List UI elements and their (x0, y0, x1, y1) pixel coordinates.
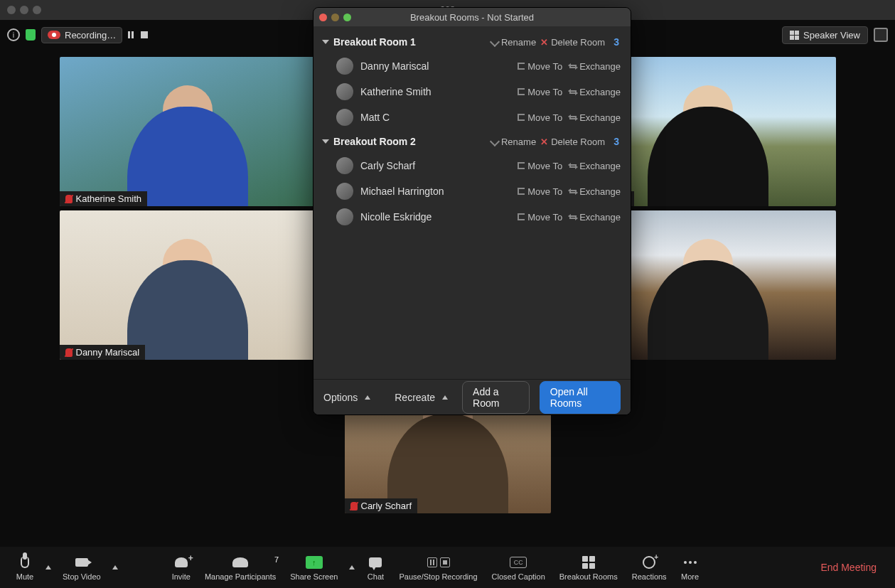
recreate-button[interactable]: Recreate (395, 392, 452, 403)
share-screen-button[interactable]: ↑ Share Screen (283, 554, 345, 581)
rename-room-button[interactable]: Rename (491, 37, 536, 48)
microphone-icon (21, 557, 29, 568)
move-to-icon (518, 162, 525, 169)
exchange-icon (569, 215, 577, 219)
avatar (336, 58, 353, 75)
delete-room-button[interactable]: ✕Delete Room (540, 137, 605, 147)
participant-row[interactable]: Carly Scharf Move To Exchange (321, 153, 621, 178)
move-to-button[interactable]: Move To (518, 61, 562, 72)
x-icon: ✕ (540, 137, 548, 147)
pencil-icon (490, 137, 500, 146)
invite-button[interactable]: Invite (165, 554, 198, 581)
options-button[interactable]: Options (323, 392, 375, 403)
participant-row[interactable]: Katherine Smith Move To Exchange (321, 79, 621, 105)
more-button[interactable]: More (674, 554, 707, 581)
avatar (336, 83, 353, 100)
breakout-rooms-button[interactable]: Breakout Rooms (552, 554, 625, 581)
exchange-button[interactable]: Exchange (569, 212, 621, 223)
audio-menu-button[interactable] (45, 565, 51, 570)
dialog-zoom-icon[interactable] (343, 14, 351, 21)
video-tile[interactable]: Danny Mariscal (60, 210, 316, 360)
move-to-icon (518, 213, 525, 220)
participant-name: Michael Harrington (360, 186, 444, 197)
video-menu-button[interactable] (112, 565, 118, 570)
cc-icon: CC (510, 557, 527, 568)
pause-stop-recording-button[interactable]: Pause/Stop Recording (392, 554, 484, 581)
participant-name: Danny Mariscal (360, 60, 429, 72)
move-to-button[interactable]: Move To (518, 87, 562, 97)
move-to-icon (518, 63, 525, 70)
recording-label: Recording… (65, 30, 116, 41)
chevron-up-icon (365, 395, 370, 400)
mute-label: Mute (16, 572, 33, 581)
move-to-button[interactable]: Move To (518, 186, 562, 197)
open-all-rooms-button[interactable]: Open All Rooms (540, 381, 621, 414)
speaker-view-toggle[interactable]: Speaker View (782, 26, 868, 44)
fullscreen-icon[interactable] (874, 28, 888, 42)
pause-stop-recording-icon (427, 557, 450, 567)
dialog-body: Breakout Room 1 Rename ✕Delete Room 3 Da… (313, 26, 631, 379)
dialog-minimize-icon (331, 14, 339, 21)
avatar (336, 157, 353, 174)
breakout-rooms-label: Breakout Rooms (559, 572, 618, 581)
move-to-button[interactable]: Move To (518, 212, 562, 223)
participant-row[interactable]: Nicolle Eskridge Move To Exchange (321, 204, 621, 230)
room-participant-count: 3 (609, 36, 619, 48)
participant-row[interactable]: Michael Harrington Move To Exchange (321, 178, 621, 204)
cloud-recording-icon (48, 31, 60, 39)
exchange-button[interactable]: Exchange (569, 161, 621, 171)
add-room-button[interactable]: Add a Room (462, 381, 530, 414)
reactions-button[interactable]: Reactions (625, 554, 674, 581)
closed-caption-button[interactable]: CC Closed Caption (485, 554, 552, 581)
pencil-icon (490, 37, 500, 47)
invite-label: Invite (172, 572, 191, 581)
chat-icon (369, 557, 382, 567)
chat-button[interactable]: Chat (359, 554, 392, 581)
chevron-down-icon[interactable] (322, 40, 329, 44)
dialog-titlebar[interactable]: Breakout Rooms - Not Started (313, 8, 631, 26)
exchange-icon (569, 190, 577, 193)
room-header[interactable]: Breakout Room 1 Rename ✕Delete Room 3 (321, 31, 621, 53)
manage-participants-button[interactable]: 7 Manage Participants (198, 554, 283, 581)
video-tile[interactable]: Katherine Smith (60, 57, 316, 206)
participant-name: Nicolle Eskridge (360, 211, 432, 223)
delete-room-button[interactable]: ✕Delete Room (540, 37, 605, 48)
dialog-title: Breakout Rooms - Not Started (410, 12, 534, 23)
pause-recording-button[interactable] (128, 31, 135, 38)
participant-name-label: Danny Mariscal (76, 347, 140, 358)
close-icon[interactable] (7, 6, 16, 14)
exchange-button[interactable]: Exchange (569, 112, 621, 123)
chevron-down-icon[interactable] (322, 139, 329, 144)
participant-row[interactable]: Matt C Move To Exchange (321, 105, 621, 130)
zoom-icon[interactable] (33, 6, 41, 14)
encryption-shield-icon[interactable] (26, 29, 36, 41)
end-meeting-button[interactable]: End Meeting (810, 562, 886, 573)
breakout-rooms-icon (582, 556, 595, 569)
window-traffic-lights[interactable] (7, 6, 41, 14)
move-to-icon (518, 114, 525, 121)
stop-video-button[interactable]: Stop Video (55, 554, 108, 581)
move-to-icon (518, 88, 525, 95)
stop-recording-button[interactable] (141, 31, 148, 38)
move-to-button[interactable]: Move To (518, 112, 562, 123)
minimize-icon[interactable] (20, 6, 28, 14)
rename-room-button[interactable]: Rename (491, 137, 536, 147)
move-to-button[interactable]: Move To (518, 161, 562, 171)
participant-name: Matt C (360, 112, 390, 123)
exchange-button[interactable]: Exchange (569, 87, 621, 97)
closed-caption-label: Closed Caption (492, 572, 545, 581)
exchange-icon (569, 164, 577, 168)
chevron-up-icon (442, 395, 448, 400)
mic-muted-icon (350, 502, 358, 511)
room-header[interactable]: Breakout Room 2 Rename ✕Delete Room 3 (321, 130, 621, 153)
mute-button[interactable]: Mute (9, 554, 41, 581)
exchange-button[interactable]: Exchange (569, 186, 621, 197)
info-icon[interactable]: i (7, 28, 20, 41)
participant-name: Carly Scharf (360, 160, 415, 171)
share-menu-button[interactable] (349, 565, 355, 570)
dialog-close-icon[interactable] (319, 14, 327, 21)
exchange-button[interactable]: Exchange (569, 61, 621, 72)
avatar (336, 183, 353, 200)
participant-row[interactable]: Danny Mariscal Move To Exchange (321, 53, 621, 79)
participant-name: Katherine Smith (360, 86, 432, 97)
